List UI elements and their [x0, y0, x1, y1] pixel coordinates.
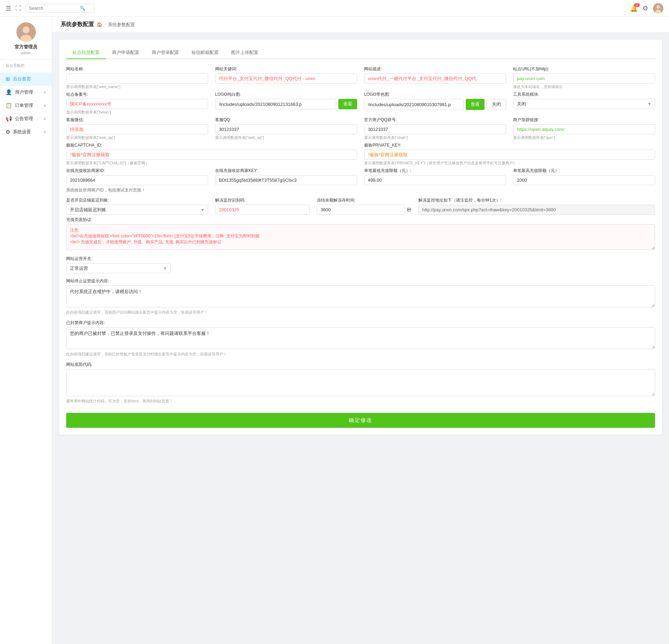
auto-back-select[interactable]: 开启店铺延迟到账 关闭 [66, 205, 208, 215]
search-icon[interactable]: 🔍 [80, 6, 85, 11]
tab-image-upload[interactable]: 图片上传配置 [225, 47, 265, 59]
site-status-select[interactable]: 正常运营 停止运营 [66, 263, 171, 273]
orders-plus-icon[interactable]: + [44, 103, 46, 108]
users-plus-icon[interactable]: + [44, 89, 46, 95]
captcha-id-input[interactable] [66, 150, 357, 160]
notification-btn[interactable]: 🔔 2 [630, 5, 638, 12]
form-group-service-qq: 客服QQ: document.querySelector('[data-name… [215, 117, 357, 140]
merchant-join-hint: 显示调用数据库表["qun"] [513, 135, 655, 140]
private-key-hint: 显示调用数据库表["PRIVATE_KEY"]（留空用户无法修改商户信息及使用手… [364, 160, 655, 166]
tool-module-select[interactable]: 关闭 开启 [513, 99, 655, 109]
menu-icon[interactable]: ☰ [6, 5, 11, 12]
submit-button[interactable]: 确定修改 [66, 413, 655, 428]
logo-dark-label: LOGO带色图: [364, 92, 506, 97]
breadcrumb-sep: / [104, 22, 106, 27]
merchant-id-input[interactable] [66, 175, 208, 185]
form-group-max-charge: 单笔最高充值限额（元）: document.querySelector('[da… [513, 168, 655, 185]
official-qq-input[interactable] [364, 124, 506, 134]
form-group-thaw-url: 解冻监控地址如下（请注监控，每分钟1次）: document.querySele… [418, 197, 655, 215]
private-key-input[interactable] [364, 150, 655, 160]
form-row-2: 站点备案号: document.querySelector('[data-nam… [66, 92, 655, 115]
sidebar-item-settings[interactable]: ⚙ 系统设置 + [0, 125, 52, 139]
logo-white-input[interactable] [215, 99, 336, 109]
site-name-input[interactable] [66, 73, 208, 84]
form-group-site-desc: 网站描述: document.querySelector('[data-name… [364, 66, 506, 89]
form-group-private-key: 极验PRIVATE_KEY: document.querySelector('[… [364, 142, 655, 166]
site-url-label: 站点URL(不加http): [513, 66, 655, 72]
logo-dark-view-btn[interactable]: 查看 [466, 99, 485, 110]
notification-badge: 2 [634, 3, 640, 7]
thaw-time-label: 冻结余额解冻存时间: [317, 197, 411, 203]
logo-dark-input[interactable] [364, 99, 464, 110]
logo-dark-group: document.querySelector('[data-name="logo… [364, 99, 506, 110]
agreement-textarea[interactable]: 注意: <br/>在充值值将收取 <font color="#FF0000">1… [66, 224, 655, 250]
sidebar-item-announcements[interactable]: 📢 公告管理 + [0, 112, 52, 125]
page-title: 系统参数配置 [61, 21, 94, 28]
thaw-url-label: 解冻监控地址如下（请注监控，每分钟1次）: [418, 197, 655, 203]
tab-email[interactable]: 短信邮箱配置 [185, 47, 225, 59]
form-group-logo-white: LOGO纯白图: document.querySelector('[data-n… [215, 92, 357, 115]
merchant-key-input[interactable] [215, 175, 357, 185]
sidebar-item-dashboard-label: 后台首页 [13, 76, 31, 82]
thaw-code-input[interactable] [215, 205, 310, 215]
tab-site-info[interactable]: 站点信息配置 [66, 47, 106, 59]
tab-merchant-login[interactable]: 商户登录配置 [145, 47, 185, 59]
footer-code-label: 网站底部代码: [66, 362, 655, 368]
settings-icon: ⚙ [6, 129, 10, 135]
stop-notice-textarea[interactable]: 代付系统正在维护中，请稍后访问！ [66, 285, 655, 307]
form-group-logo-dark: LOGO带色图: document.querySelector('[data-n… [364, 92, 506, 115]
footer-code-textarea[interactable] [66, 369, 655, 396]
form-group-stop-notice: 网站停止运营提示内容: 代付系统正在维护中，请稍后访问！ [66, 278, 655, 308]
sidebar-nav: ⊞ 后台首页 👤 用户管理 + 📋 订单管理 + 📢 公告管理 + [0, 70, 52, 141]
icp-input[interactable] [66, 99, 208, 109]
service-wechat-input[interactable] [66, 124, 208, 134]
form-group-captcha-id: 极验CAPTCHA_ID: document.querySelector('[d… [66, 142, 357, 166]
stop-notice-hint: 此内容强烈建议填写，否则用户访问网站跳出新页中提示内容为空，容易误导用户！ [66, 310, 655, 315]
svg-point-4 [23, 26, 30, 33]
max-charge-input[interactable] [513, 175, 655, 185]
sidebar-item-orders-label: 订单管理 [15, 102, 33, 109]
topbar: ☰ ⛶ 🔍 🔔 2 ⚙ [0, 0, 669, 17]
service-qq-input[interactable] [215, 124, 357, 134]
settings-plus-icon[interactable]: + [44, 129, 46, 135]
merchant-join-input[interactable] [513, 124, 655, 134]
breadcrumb-home-icon[interactable]: 🏠 [97, 22, 102, 27]
sidebar-item-users[interactable]: 👤 用户管理 + [0, 86, 52, 99]
logo-close-btn[interactable]: 关闭 [487, 99, 506, 110]
settings-btn[interactable]: ⚙ [643, 5, 648, 12]
banned-notice-textarea[interactable]: 您的商户已被封禁，已禁止登录及支付操作，有问题请联系平台客服！ [66, 327, 655, 349]
form-group-footer-code: 网站底部代码: [66, 362, 655, 397]
footer-code-hint: 通常用作网站统计代码，可为空，支持html，将用到到站页面！ [66, 399, 655, 404]
form-row-3: 客服微信: document.querySelector('[data-name… [66, 117, 655, 140]
orders-icon: 📋 [6, 102, 12, 109]
site-url-input[interactable] [513, 73, 655, 84]
announcements-plus-icon[interactable]: + [44, 116, 46, 121]
thaw-time-input[interactable] [317, 205, 405, 215]
users-icon: 👤 [6, 89, 12, 95]
tab-merchant-apply[interactable]: 商户申请配置 [106, 47, 145, 59]
expand-icon[interactable]: ⛶ [15, 5, 21, 11]
min-charge-label: 单笔最低充值限额（元）: [364, 168, 506, 174]
sidebar-item-orders[interactable]: 📋 订单管理 + [0, 99, 52, 112]
merchant-key-label: 在线充值收款商家KEY: [215, 168, 357, 174]
thaw-time-suffix: 秒 [407, 207, 411, 213]
stop-notice-label: 网站停止运营提示内容: [66, 278, 655, 284]
agreement-label: 充值页面协议: [66, 217, 655, 223]
min-charge-input[interactable] [364, 175, 506, 185]
service-qq-hint: 显示调用数据库表["web_qq"] [215, 135, 357, 140]
form-row-5: 在线充值收款商家ID: document.querySelector('[dat… [66, 168, 655, 185]
thaw-code-label: 解冻监控识别码: [215, 197, 310, 203]
search-input[interactable] [29, 6, 78, 11]
avatar[interactable] [653, 3, 663, 14]
site-keywords-input[interactable] [215, 73, 357, 84]
tabs: 站点信息配置 商户申请配置 商户登录配置 短信邮箱配置 图片上传配置 [66, 47, 655, 59]
form-group-agreement: 充值页面协议: 注意: <br/>在充值值将收取 <font color="#F… [66, 217, 655, 251]
form-group-merchant-id: 在线充值收款商家ID: document.querySelector('[dat… [66, 168, 208, 185]
site-url-hint: 修改为本站域名，否则请留出 [513, 84, 655, 89]
sidebar-item-dashboard[interactable]: ⊞ 后台首页 [0, 72, 52, 86]
site-desc-input[interactable] [364, 73, 506, 84]
icp-label: 站点备案号: [66, 92, 208, 97]
site-status-label: 网站运营开关: [66, 256, 655, 262]
logo-white-view-btn[interactable]: 查看 [338, 99, 357, 109]
form-group-site-keywords: 网站关键词: document.querySelector('[data-nam… [215, 66, 357, 89]
